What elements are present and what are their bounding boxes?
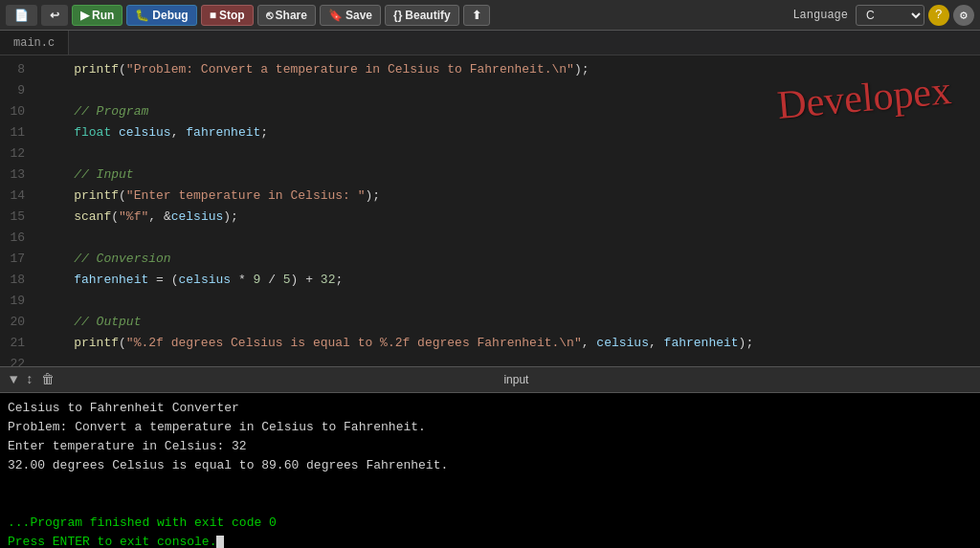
console-area: ▼ ↕ 🗑 input Celsius to Fahrenheit Conver… [0, 366, 980, 548]
console-arrow-down[interactable]: ▼ [10, 372, 17, 387]
console-output: Celsius to Fahrenheit Converter Problem:… [0, 393, 980, 548]
code-line [44, 228, 970, 249]
console-line-6 [8, 494, 972, 514]
beautify-icon: {} [393, 9, 402, 22]
upload-icon: ⬆ [472, 9, 481, 22]
line-num: 11 [6, 122, 25, 143]
save-button[interactable]: 🔖 Save [320, 5, 381, 26]
stop-icon: ■ [210, 9, 216, 22]
settings-button[interactable]: ⚙ [953, 5, 974, 26]
share-label: Share [276, 9, 307, 22]
console-line-1: Celsius to Fahrenheit Converter [8, 399, 972, 418]
toolbar: 📄 ↩ ▶ Run 🐛 Debug ■ Stop ⎋ Share 🔖 Save … [0, 0, 980, 31]
console-line-5 [8, 475, 972, 494]
code-line [44, 80, 970, 101]
code-line: printf("Enter temperature in Celsius: ")… [44, 186, 970, 207]
beautify-label: Beautify [405, 9, 450, 22]
code-line [44, 291, 970, 312]
open-file-button[interactable]: ↩ [41, 5, 68, 26]
line-num: 10 [6, 101, 25, 122]
line-num: 15 [6, 207, 25, 228]
console-line-3: Enter temperature in Celsius: 32 [8, 437, 972, 456]
file-tab: main.c [0, 31, 980, 55]
line-num: 22 [6, 354, 25, 366]
beautify-button[interactable]: {} Beautify [385, 5, 459, 26]
console-line-4: 32.00 degrees Celsius is equal to 89.60 … [8, 456, 972, 475]
save-icon: 🔖 [328, 9, 343, 22]
code-content[interactable]: printf("Problem: Convert a temperature i… [34, 55, 980, 366]
line-num: 12 [6, 143, 25, 164]
console-header: ▼ ↕ 🗑 input [0, 366, 980, 393]
console-exit-line: ...Program finished with exit code 0 [8, 514, 972, 533]
console-clear[interactable]: 🗑 [41, 372, 55, 387]
debug-label: Debug [152, 9, 188, 22]
new-file-button[interactable]: 📄 [6, 5, 37, 26]
code-line [44, 354, 970, 366]
share-icon: ⎋ [266, 9, 273, 22]
save-label: Save [345, 9, 372, 22]
code-line: // Output [44, 312, 970, 333]
code-line: fahrenheit = (celsius * 9 / 5) + 32; [44, 270, 970, 291]
console-cursor [216, 536, 224, 548]
debug-icon: 🐛 [135, 9, 149, 22]
debug-button[interactable]: 🐛 Debug [126, 5, 196, 26]
run-icon: ▶ [80, 9, 89, 22]
code-editor: 89101112131415161718192021222324 printf(… [0, 55, 980, 366]
console-resize[interactable]: ↕ [25, 372, 33, 387]
code-line: // Conversion [44, 249, 970, 270]
code-line: scanf("%f", &celsius); [44, 207, 970, 228]
upload-button[interactable]: ⬆ [463, 5, 490, 26]
line-num: 16 [6, 228, 25, 249]
code-line [44, 143, 970, 164]
run-label: Run [92, 9, 114, 22]
help-button[interactable]: ? [928, 5, 949, 26]
line-num: 20 [6, 312, 25, 333]
filename-label: main.c [13, 36, 55, 50]
console-line-2: Problem: Convert a temperature in Celsiu… [8, 418, 972, 437]
line-num: 14 [6, 186, 25, 207]
language-select[interactable]: C C++ Java Python [856, 5, 924, 26]
stop-button[interactable]: ■ Stop [201, 5, 254, 26]
share-button[interactable]: ⎋ Share [257, 5, 316, 26]
console-title: input [62, 373, 970, 386]
line-num: 8 [6, 59, 25, 80]
code-line: // Program [44, 101, 970, 122]
run-button[interactable]: ▶ Run [72, 5, 122, 26]
line-num: 21 [6, 333, 25, 354]
line-num: 18 [6, 270, 25, 291]
line-num: 19 [6, 291, 25, 312]
line-num: 9 [6, 80, 25, 101]
line-numbers: 89101112131415161718192021222324 [0, 55, 34, 366]
code-line: printf("Problem: Convert a temperature i… [44, 59, 970, 80]
line-num: 13 [6, 164, 25, 186]
stop-label: Stop [219, 9, 245, 22]
code-line: // Input [44, 164, 970, 186]
code-line: float celsius, fahrenheit; [44, 122, 970, 143]
code-line: printf("%.2f degrees Celsius is equal to… [44, 333, 970, 354]
file-tab-main[interactable]: main.c [0, 31, 69, 55]
console-press-enter: Press ENTER to exit console. [8, 533, 972, 548]
line-num: 17 [6, 249, 25, 270]
language-label: Language [792, 9, 848, 22]
